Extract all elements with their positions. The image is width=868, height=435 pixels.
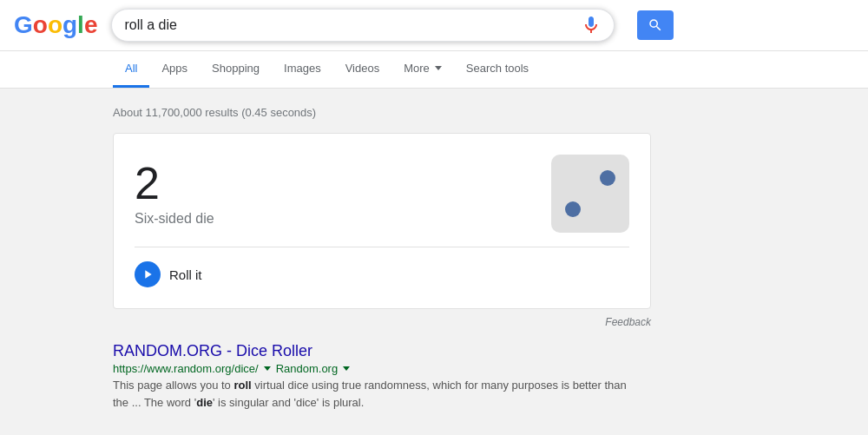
logo-letter-l: l (77, 11, 84, 39)
roll-btn-label: Roll it (169, 267, 202, 282)
roll-arrow-icon (135, 261, 161, 287)
domain-dropdown-icon (343, 366, 350, 371)
result-url-row: https://www.random.org/dice/ Random.org (113, 362, 634, 375)
logo-letter-e: e (84, 11, 98, 39)
divider (135, 247, 629, 247)
dice-face (551, 155, 629, 233)
google-logo[interactable]: Google (14, 11, 97, 39)
more-dropdown-icon (435, 66, 442, 70)
dice-number: 2 (135, 161, 214, 206)
result-title: RANDOM.ORG - Dice Roller (113, 342, 634, 360)
search-result: RANDOM.ORG - Dice Roller https://www.ran… (113, 342, 634, 411)
result-domain: Random.org (276, 362, 339, 375)
url-dropdown-icon (264, 366, 271, 371)
widget-inner: 2 Six-sided die (135, 155, 629, 233)
search-input[interactable]: roll a die (124, 17, 574, 33)
snippet-bold-roll: roll (233, 379, 251, 392)
dice-label: Six-sided die (135, 211, 214, 227)
snippet-text-1: This page allows you to (113, 379, 233, 392)
tab-shopping[interactable]: Shopping (200, 51, 272, 88)
tab-more[interactable]: More (391, 51, 454, 88)
main-content: About 11,700,000 results (0.45 seconds) … (0, 89, 868, 428)
dice-dot-2 (565, 201, 581, 217)
nav-tabs: All Apps Shopping Images Videos More Sea… (0, 51, 868, 89)
dice-widget: 2 Six-sided die Roll it (113, 133, 651, 309)
tab-all[interactable]: All (113, 51, 149, 88)
tab-apps[interactable]: Apps (149, 51, 200, 88)
tab-search-tools[interactable]: Search tools (454, 51, 541, 88)
snippet-text-3: ' is singular and 'dice' is plural. (213, 396, 364, 409)
tab-images[interactable]: Images (272, 51, 333, 88)
feedback-link[interactable]: Feedback (605, 316, 651, 328)
results-count: About 11,700,000 results (0.45 seconds) (113, 106, 755, 119)
header: Google roll a die (0, 0, 868, 51)
roll-button[interactable]: Roll it (135, 261, 202, 287)
feedback-row: Feedback (113, 316, 651, 328)
dice-dot-1 (600, 170, 615, 186)
search-bar: roll a die (111, 9, 615, 42)
search-icon (648, 17, 663, 33)
snippet-bold-die: die (196, 396, 213, 409)
result-url: https://www.random.org/dice/ (113, 362, 259, 375)
microphone-icon[interactable] (581, 15, 602, 36)
result-snippet: This page allows you to roll virtual dic… (113, 377, 634, 411)
logo-letter-g: G (14, 11, 33, 39)
logo-letter-g2: g (62, 11, 77, 39)
result-title-link[interactable]: RANDOM.ORG - Dice Roller (113, 342, 312, 359)
arrow-right-icon (141, 267, 155, 281)
logo-letter-o2: o (48, 11, 62, 39)
tab-videos[interactable]: Videos (333, 51, 392, 88)
dice-result: 2 Six-sided die (135, 161, 214, 227)
logo-letter-o1: o (33, 11, 48, 39)
search-button[interactable] (637, 10, 674, 40)
